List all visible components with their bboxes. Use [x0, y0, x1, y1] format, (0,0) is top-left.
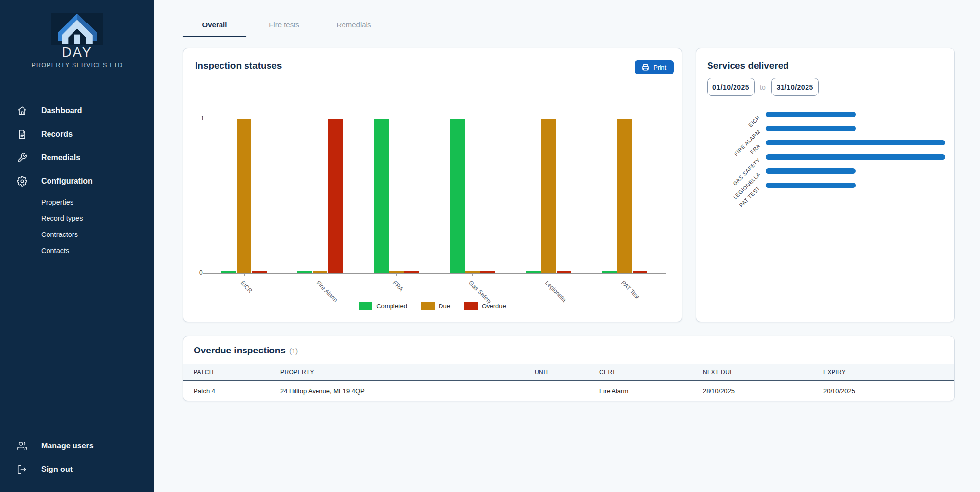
column-header-unit: UNIT: [531, 364, 595, 381]
services-delivered-title: Services delivered: [707, 60, 943, 71]
table-cell: 24 Hilltop Avenue, ME19 4QP: [276, 380, 531, 401]
print-button-label: Print: [653, 64, 666, 71]
legend-item-overdue: Overdue: [464, 302, 506, 310]
users-icon: [17, 441, 27, 451]
column-header-property: PROPERTY: [276, 364, 531, 381]
overdue-inspections-table: PATCH PROPERTY UNIT CERT NEXT DUE EXPIRY…: [183, 364, 954, 401]
date-to-input[interactable]: [771, 78, 819, 96]
sidebar-item-record-types[interactable]: Record types: [0, 210, 154, 226]
date-from-input[interactable]: [707, 78, 755, 96]
brand-name: DAY: [31, 45, 122, 60]
bar-group-eicr: [206, 119, 282, 273]
x-axis-tick: [472, 274, 473, 276]
legend-item-due: Due: [421, 302, 450, 310]
table-cell: Fire Alarm: [595, 380, 699, 401]
sidebar-item-contacts[interactable]: Contacts: [0, 242, 154, 258]
service-bar: [766, 183, 856, 188]
bar-group-pat-test: [587, 119, 663, 273]
sidebar-item-contractors[interactable]: Contractors: [0, 226, 154, 242]
table-row[interactable]: Patch 424 Hilltop Avenue, ME19 4QPFire A…: [183, 380, 954, 401]
table-cell: Patch 4: [183, 380, 276, 401]
overdue-inspections-card: Overdue inspections (1) PATCH PROPERTY U…: [183, 336, 955, 401]
sub-item-label: Record types: [41, 214, 83, 222]
service-bar: [766, 140, 945, 145]
tab-overall[interactable]: Overall: [183, 15, 246, 37]
column-header-patch: PATCH: [183, 364, 276, 381]
overdue-inspections-title: Overdue inspections: [194, 345, 286, 356]
sidebar-footer: Manage users Sign out: [0, 434, 154, 481]
main-content: Overall Fire tests Remedials Inspection …: [154, 0, 980, 492]
tab-remedials[interactable]: Remedials: [322, 15, 386, 37]
sidebar-item-sign-out[interactable]: Sign out: [0, 458, 154, 481]
y-axis-tick-max: 1: [201, 115, 204, 122]
tab-fire-tests[interactable]: Fire tests: [252, 15, 316, 37]
home-icon: [17, 105, 27, 116]
column-header-cert: CERT: [595, 364, 699, 381]
service-bar: [766, 112, 856, 117]
sidebar-item-label: Records: [41, 130, 73, 139]
overdue-count-badge: (1): [289, 347, 298, 355]
service-row-fire-alarm: FIRE ALARM: [765, 121, 944, 136]
x-axis-label: PAT Test: [620, 280, 641, 301]
bar-overdue: [328, 119, 343, 273]
inspection-statuses-card: Inspection statuses Print 1 0 EICRFire A…: [183, 48, 682, 322]
tab-label: Remedials: [337, 21, 371, 29]
bar-completed: [450, 119, 465, 273]
x-axis-label: Gas Safety: [467, 280, 493, 305]
brand-subtitle: PROPERTY SERVICES LTD: [31, 62, 122, 69]
print-button[interactable]: Print: [635, 60, 674, 74]
legend-swatch: [421, 302, 435, 310]
bar-completed: [374, 119, 389, 273]
legend-label: Overdue: [482, 303, 506, 310]
service-bar: [766, 154, 945, 160]
sidebar-item-manage-users[interactable]: Manage users: [0, 434, 154, 458]
sidebar-item-label: Dashboard: [41, 106, 82, 115]
bar-group-legionella: [511, 119, 587, 273]
sidebar-item-configuration[interactable]: Configuration: [0, 169, 154, 193]
legend-swatch: [464, 302, 478, 310]
date-range-row: to: [707, 78, 943, 96]
x-axis-label: Fire Alarm: [315, 280, 339, 304]
tab-label: Fire tests: [269, 21, 299, 29]
table-cell: 28/10/2025: [699, 380, 819, 401]
inspection-bar-chart: [206, 119, 663, 273]
legend-label: Due: [439, 303, 450, 310]
sidebar-item-records[interactable]: Records: [0, 122, 154, 146]
table-header-row: PATCH PROPERTY UNIT CERT NEXT DUE EXPIRY: [183, 364, 954, 381]
legend-item-completed: Completed: [359, 302, 407, 310]
service-category-label: FRA: [749, 143, 761, 155]
sidebar-item-remedials[interactable]: Remedials: [0, 146, 154, 169]
y-axis-tick-min: 0: [199, 269, 203, 276]
document-icon: [17, 129, 27, 140]
services-delivered-card: Services delivered to EICRFIRE ALARMFRAG…: [696, 48, 955, 322]
sidebar-item-label: Manage users: [41, 442, 94, 450]
sidebar-item-label: Remedials: [41, 153, 80, 162]
sub-item-label: Contacts: [41, 247, 69, 255]
sidebar-nav: Dashboard Records Remedials Configuratio…: [0, 99, 154, 258]
sidebar-item-dashboard[interactable]: Dashboard: [0, 99, 154, 122]
x-axis-label: FRA: [392, 280, 405, 293]
service-row-fra: FRA: [765, 136, 944, 150]
y-axis-line: [764, 101, 764, 203]
sidebar-item-label: Sign out: [41, 465, 73, 474]
sub-item-label: Contractors: [41, 231, 78, 238]
sub-item-label: Properties: [41, 198, 74, 206]
bar-due: [541, 119, 556, 273]
bar-group-fra: [358, 119, 435, 273]
bar-group-gas-safety: [435, 119, 511, 273]
x-axis-tick: [320, 274, 320, 276]
tab-bar: Overall Fire tests Remedials: [183, 15, 955, 37]
table-cell: [531, 380, 595, 401]
service-category-label: EICR: [747, 115, 761, 128]
x-axis-label: EICR: [239, 280, 254, 294]
x-axis-label: Legionella: [544, 280, 568, 304]
service-row-legionella: LEGIONELLA: [765, 164, 944, 178]
tab-label: Overall: [202, 21, 227, 29]
sidebar-spacer: [0, 258, 154, 434]
x-axis-tick: [244, 274, 245, 276]
table-cell: 20/10/2025: [819, 380, 954, 401]
sidebar-item-properties[interactable]: Properties: [0, 194, 154, 210]
column-header-next-due: NEXT DUE: [699, 364, 819, 381]
x-axis-tick: [625, 274, 625, 276]
service-bar: [766, 168, 856, 174]
